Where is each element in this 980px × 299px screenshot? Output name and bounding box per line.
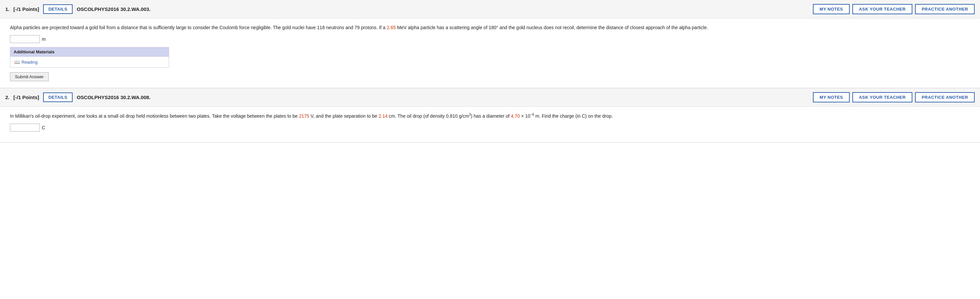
question-2-my-notes-button[interactable]: MY NOTES <box>813 92 850 102</box>
question-2: 2. [-/1 Points] DETAILS OSCOLPHYS2016 30… <box>0 88 980 143</box>
question-1-header: 1. [-/1 Points] DETAILS OSCOLPHYS2016 30… <box>0 0 980 19</box>
question-2-unit: C <box>42 125 45 130</box>
question-1-additional-materials-body: 📖 Reading <box>10 57 169 67</box>
question-1-text-before: Alpha particles are projected toward a g… <box>10 25 387 30</box>
question-2-practice-another-button[interactable]: PRACTICE ANOTHER <box>915 92 975 102</box>
question-2-details-button[interactable]: DETAILS <box>43 92 73 102</box>
question-2-highlight3: 4.70 <box>511 113 520 119</box>
question-1-ask-teacher-button[interactable]: ASK YOUR TEACHER <box>852 4 912 14</box>
question-1: 1. [-/1 Points] DETAILS OSCOLPHYS2016 30… <box>0 0 980 88</box>
question-1-my-notes-button[interactable]: MY NOTES <box>813 4 850 14</box>
question-1-text-after: MeV alpha particle has a scattering angl… <box>396 25 708 30</box>
question-1-answer-row: m <box>10 35 970 43</box>
question-2-points: [-/1 Points] <box>14 94 40 100</box>
question-2-body: In Millikan's oil-drop experiment, one l… <box>0 107 980 139</box>
question-1-reading-link[interactable]: 📖 Reading <box>14 59 165 65</box>
question-2-mid3: ) has a diameter of <box>471 113 511 119</box>
question-2-code: OSCOLPHYS2016 30.2.WA.008. <box>76 94 809 100</box>
question-2-exp: × 10−6 <box>521 113 534 119</box>
question-2-end: m. Find the charge (in C) on the drop. <box>534 113 612 119</box>
question-2-highlight2: 2.14 <box>379 113 388 119</box>
question-1-additional-materials: Additional Materials 📖 Reading <box>10 47 169 68</box>
question-1-points: [-/1 Points] <box>14 6 40 12</box>
question-1-additional-materials-header: Additional Materials <box>10 48 169 57</box>
question-2-header: 2. [-/1 Points] DETAILS OSCOLPHYS2016 30… <box>0 88 980 107</box>
question-2-answer-row: C <box>10 124 970 132</box>
question-1-details-button[interactable]: DETAILS <box>43 4 73 14</box>
question-1-unit: m <box>42 37 46 42</box>
question-2-actions: MY NOTES ASK YOUR TEACHER PRACTICE ANOTH… <box>813 92 975 102</box>
question-1-reading-label: Reading <box>22 60 37 65</box>
question-2-intro: In Millikan's oil-drop experiment, one l… <box>10 113 299 119</box>
question-2-ask-teacher-button[interactable]: ASK YOUR TEACHER <box>852 92 912 102</box>
question-1-actions: MY NOTES ASK YOUR TEACHER PRACTICE ANOTH… <box>813 4 975 14</box>
question-2-mid1: V, and the plate separation to be <box>309 113 379 119</box>
question-1-practice-another-button[interactable]: PRACTICE ANOTHER <box>915 4 975 14</box>
question-2-text: In Millikan's oil-drop experiment, one l… <box>10 112 970 120</box>
question-1-number: 1. <box>5 6 10 12</box>
question-1-code: OSCOLPHYS2016 30.2.WA.003. <box>76 6 809 12</box>
question-1-answer-input[interactable] <box>10 35 40 43</box>
question-2-highlight1: 2175 <box>299 113 309 119</box>
question-1-submit-button[interactable]: Submit Answer <box>10 72 49 81</box>
question-1-body: Alpha particles are projected toward a g… <box>0 19 980 84</box>
question-2-exp-power: −6 <box>530 113 534 116</box>
question-1-text: Alpha particles are projected toward a g… <box>10 24 970 31</box>
question-2-answer-input[interactable] <box>10 124 40 132</box>
question-2-number: 2. <box>5 94 10 100</box>
question-1-highlight1: 2.65 <box>387 25 396 30</box>
book-icon: 📖 <box>14 59 20 65</box>
question-2-mid2: cm. The oil drop (of density 0.810 g/cm <box>388 113 469 119</box>
